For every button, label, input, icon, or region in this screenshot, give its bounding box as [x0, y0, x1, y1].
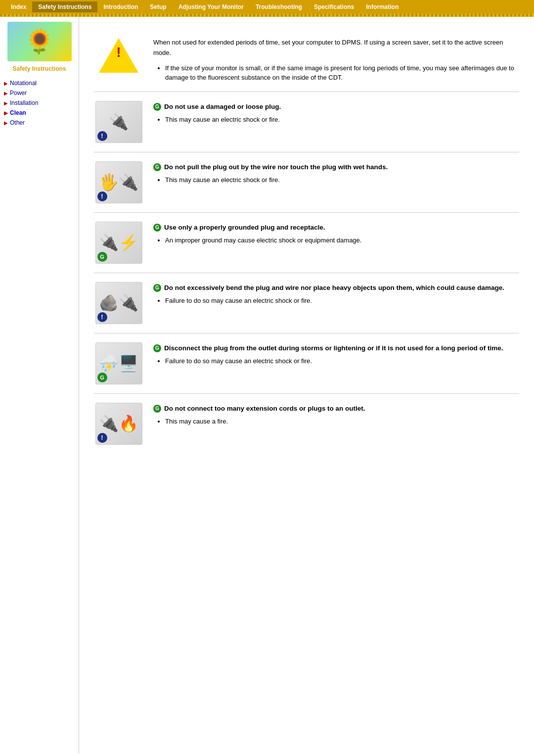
section-dpms: ! When not used for extended periods of …: [94, 27, 519, 92]
section-grounded-text: G Use only a properly grounded plug and …: [153, 222, 519, 245]
content-area: ! When not used for extended periods of …: [79, 17, 534, 754]
plug5-illustration: ⛈️🖥️ G: [95, 342, 142, 384]
sidebar-item-other[interactable]: ▶ Other: [4, 118, 75, 128]
wet-bullet-1: This may cause an electric shock or fire…: [165, 175, 519, 185]
dpms-bullet-1: If the size of your monitor is small, or…: [165, 63, 519, 83]
bend-heading: G Do not excessively bend the plug and w…: [153, 284, 519, 292]
nav-index[interactable]: Index: [5, 1, 32, 12]
damaged-bullets: This may cause an electric shock or fire…: [165, 115, 519, 125]
sidebar-image: [7, 22, 72, 61]
dpms-intro: When not used for extended periods of ti…: [153, 38, 519, 58]
dpms-bullets: If the size of your monitor is small, or…: [165, 63, 519, 83]
arrow-icon: ▶: [4, 120, 8, 126]
section-icon-plug6: 🔌🔥 !: [94, 403, 143, 445]
section-storms: ⛈️🖥️ G G Disconnect the plug from the ou…: [94, 333, 519, 394]
nav-introduction[interactable]: Introduction: [97, 1, 144, 12]
extension-heading: G Do not connect too many extension cord…: [153, 405, 519, 413]
bend-bullets: Failure to do so may cause an electric s…: [165, 296, 519, 306]
extension-badge: !: [97, 433, 107, 443]
section-extension-text: G Do not connect too many extension cord…: [153, 403, 519, 426]
exclamation-icon: !: [116, 45, 121, 60]
plug3-illustration: 🔌⚡ G: [95, 222, 142, 264]
bend-badge: !: [97, 312, 107, 322]
arrow-icon: ▶: [4, 110, 8, 116]
warning-badge-2: !: [97, 191, 107, 201]
green-circle-icon-3: G: [153, 224, 161, 232]
storms-bullets: Failure to do so may cause an electric s…: [165, 356, 519, 366]
section-bend-text: G Do not excessively bend the plug and w…: [153, 282, 519, 306]
storms-bullet-1: Failure to do so may cause an electric s…: [165, 356, 519, 366]
nav-setup[interactable]: Setup: [144, 1, 172, 12]
sidebar-item-clean[interactable]: ▶ Clean: [4, 108, 75, 118]
section-dpms-text: When not used for extended periods of ti…: [153, 36, 519, 83]
section-grounded: 🔌⚡ G G Use only a properly grounded plug…: [94, 213, 519, 273]
sidebar: Safety Instructions ▶ Notational ▶ Power…: [0, 17, 79, 754]
section-wet-hands: 🖐️🔌 ! G Do not pull the plug out by the …: [94, 152, 519, 213]
wet-heading: G Do not pull the plug out by the wire n…: [153, 163, 519, 171]
section-bend: 🪨🔌 ! G Do not excessively bend the plug …: [94, 273, 519, 333]
section-storms-text: G Disconnect the plug from the outlet du…: [153, 342, 519, 366]
section-icon-plug1: 🔌 !: [94, 101, 143, 143]
grounded-bullet-1: An improper ground may cause electric sh…: [165, 236, 519, 245]
green-circle-icon-2: G: [153, 163, 161, 171]
green-circle-icon: G: [153, 103, 161, 111]
section-extension: 🔌🔥 ! G Do not connect too many extension…: [94, 394, 519, 454]
sidebar-menu: ▶ Notational ▶ Power ▶ Installation ▶ Cl…: [0, 78, 79, 128]
arrow-icon: ▶: [4, 81, 8, 86]
sidebar-item-installation[interactable]: ▶ Installation: [4, 98, 75, 108]
damaged-bullet-1: This may cause an electric shock or fire…: [165, 115, 519, 125]
green-circle-icon-4: G: [153, 284, 161, 292]
section-damaged-text: G Do not use a damaged or loose plug. Th…: [153, 101, 519, 125]
section-icon-warning: !: [94, 36, 143, 75]
nav-information[interactable]: Information: [360, 1, 404, 12]
storms-badge: G: [97, 373, 107, 382]
nav-specifications[interactable]: Specifications: [308, 1, 360, 12]
top-navigation: Index Safety Instructions Introduction S…: [0, 0, 534, 14]
section-icon-plug2: 🖐️🔌 !: [94, 161, 143, 203]
bend-bullet-1: Failure to do so may cause an electric s…: [165, 296, 519, 306]
warning-badge: !: [97, 131, 107, 141]
wet-bullets: This may cause an electric shock or fire…: [165, 175, 519, 185]
section-damaged-plug: 🔌 ! G Do not use a damaged or loose plug…: [94, 92, 519, 152]
plug2-illustration: 🖐️🔌 !: [95, 161, 142, 203]
green-circle-icon-6: G: [153, 405, 161, 413]
nav-adjusting[interactable]: Adjusting Your Monitor: [173, 1, 250, 12]
sidebar-item-power[interactable]: ▶ Power: [4, 88, 75, 98]
storms-heading: G Disconnect the plug from the outlet du…: [153, 344, 519, 352]
damaged-heading: G Do not use a damaged or loose plug.: [153, 103, 519, 111]
section-icon-plug5: ⛈️🖥️ G: [94, 342, 143, 384]
section-wet-text: G Do not pull the plug out by the wire n…: [153, 161, 519, 185]
grounded-heading: G Use only a properly grounded plug and …: [153, 224, 519, 232]
green-circle-icon-5: G: [153, 344, 161, 352]
section-icon-plug4: 🪨🔌 !: [94, 282, 143, 324]
nav-troubleshooting[interactable]: Troubleshooting: [250, 1, 308, 12]
grounded-badge: G: [97, 252, 107, 262]
warning-triangle-container: !: [96, 36, 141, 75]
plug4-illustration: 🪨🔌 !: [95, 282, 142, 324]
sidebar-title: Safety Instructions: [0, 65, 79, 72]
extension-bullet-1: This may cause a fire.: [165, 417, 519, 426]
extension-bullets: This may cause a fire.: [165, 417, 519, 426]
section-icon-plug3: 🔌⚡ G: [94, 222, 143, 264]
arrow-icon: ▶: [4, 100, 8, 106]
plug1-illustration: 🔌 !: [95, 101, 142, 143]
sidebar-item-notational[interactable]: ▶ Notational: [4, 78, 75, 88]
grounded-bullets: An improper ground may cause electric sh…: [165, 236, 519, 245]
arrow-icon: ▶: [4, 91, 8, 96]
plug6-illustration: 🔌🔥 !: [95, 403, 142, 445]
nav-safety[interactable]: Safety Instructions: [32, 1, 97, 12]
